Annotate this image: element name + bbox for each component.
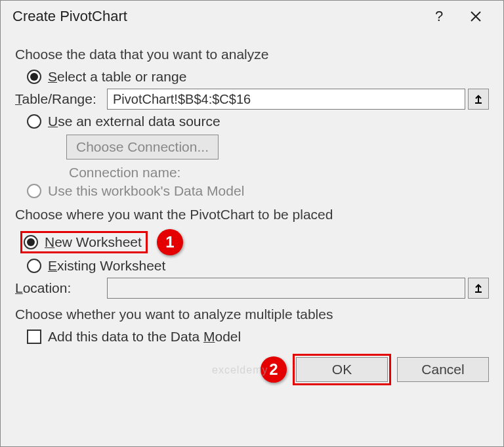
radio-select-table-label: Select a table or range bbox=[48, 69, 186, 85]
connection-name-label: Connection name: bbox=[69, 165, 489, 181]
collapse-icon bbox=[473, 94, 484, 104]
new-worksheet-row: New Worksheet 1 bbox=[20, 229, 489, 255]
ok-button[interactable]: OK bbox=[296, 357, 388, 382]
checkbox-add-model-label: Add this data to the Data Model bbox=[48, 329, 241, 345]
location-row: Location: bbox=[15, 278, 489, 299]
location-input bbox=[107, 278, 465, 299]
location-label: Location: bbox=[15, 280, 100, 296]
radio-icon bbox=[27, 259, 41, 273]
dialog-content: Choose the data that you want to analyze… bbox=[1, 32, 503, 392]
radio-icon bbox=[27, 70, 41, 84]
radio-existing-row[interactable]: Existing Worksheet bbox=[27, 258, 489, 274]
radio-existing-label: Existing Worksheet bbox=[48, 258, 165, 274]
section-placement-label: Choose where you want the PivotChart to … bbox=[15, 207, 489, 223]
radio-select-table-row[interactable]: Select a table or range bbox=[27, 69, 489, 85]
svg-rect-1 bbox=[475, 291, 482, 293]
radio-data-model-label: Use this workbook's Data Model bbox=[48, 183, 244, 199]
title-bar: Create PivotChart ? bbox=[1, 1, 503, 32]
collapse-dialog-button[interactable] bbox=[468, 89, 489, 110]
table-range-label: Table/Range: bbox=[15, 91, 100, 107]
table-range-input[interactable] bbox=[107, 89, 465, 110]
radio-icon[interactable] bbox=[24, 235, 38, 249]
checkbox-add-model-row[interactable]: Add this data to the Data Model bbox=[27, 329, 489, 345]
radio-icon bbox=[27, 184, 41, 198]
collapse-dialog-button-2[interactable] bbox=[468, 278, 489, 299]
radio-icon bbox=[27, 114, 41, 129]
radio-new-worksheet-label[interactable]: New Worksheet bbox=[45, 234, 142, 250]
svg-rect-0 bbox=[475, 102, 482, 104]
highlight-new-worksheet: New Worksheet bbox=[20, 231, 148, 253]
radio-external-label: Use an external data source bbox=[48, 114, 220, 129]
radio-data-model-row: Use this workbook's Data Model bbox=[27, 183, 489, 199]
dialog-footer: exceldemy 2 OK Cancel bbox=[15, 356, 489, 383]
section-multiple-label: Choose whether you want to analyze multi… bbox=[15, 307, 489, 322]
section-analyze-label: Choose the data that you want to analyze bbox=[15, 47, 489, 62]
callout-2: 2 bbox=[261, 356, 287, 383]
table-range-row: Table/Range: bbox=[15, 89, 489, 110]
radio-external-row[interactable]: Use an external data source bbox=[27, 114, 489, 129]
help-button[interactable]: ? bbox=[423, 3, 455, 30]
dialog-title: Create PivotChart bbox=[12, 8, 418, 25]
close-button[interactable] bbox=[460, 3, 492, 30]
callout-1: 1 bbox=[157, 229, 183, 255]
collapse-icon bbox=[473, 283, 484, 293]
close-icon bbox=[470, 11, 482, 22]
cancel-button[interactable]: Cancel bbox=[397, 357, 489, 382]
checkbox-icon bbox=[27, 330, 41, 344]
watermark: exceldemy bbox=[212, 364, 268, 376]
choose-connection-button: Choose Connection... bbox=[66, 135, 219, 160]
